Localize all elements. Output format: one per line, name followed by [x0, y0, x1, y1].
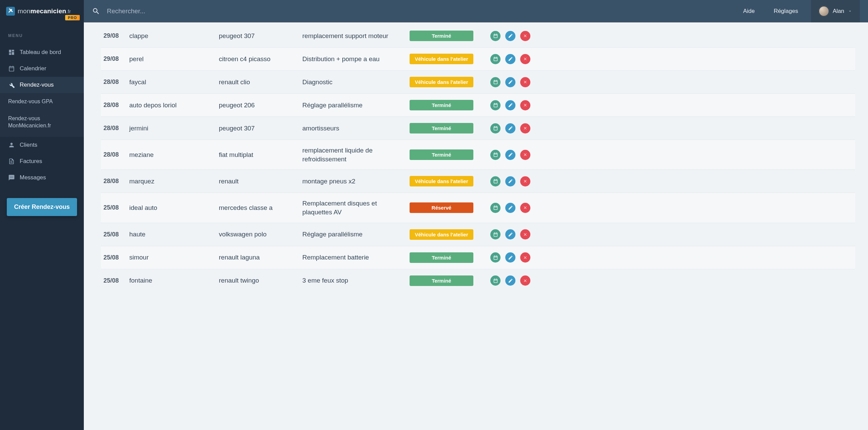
row-actions — [479, 123, 530, 133]
delete-button[interactable] — [520, 54, 530, 64]
edit-button[interactable] — [505, 252, 515, 263]
sidebar: monmecanicien.fr PRO MENU Tableau de bor… — [0, 0, 84, 430]
edit-button[interactable] — [505, 54, 515, 64]
delete-button[interactable] — [520, 100, 530, 110]
row-client: clappe — [129, 32, 217, 40]
schedule-button[interactable] — [490, 150, 501, 160]
schedule-button[interactable] — [490, 77, 501, 87]
sidebar-item-invoices[interactable]: Factures — [0, 153, 84, 169]
status-badge: Véhicule dans l'atelier — [410, 176, 473, 186]
row-client: fontaine — [129, 277, 217, 284]
row-vehicle: citroen c4 picasso — [219, 55, 300, 63]
row-date: 28/08 — [103, 78, 127, 86]
status-badge: Terminé — [410, 100, 473, 110]
status-badge: Véhicule dans l'atelier — [410, 54, 473, 64]
row-client: auto depos loriol — [129, 102, 217, 109]
table-row[interactable]: 28/08jerminipeugeot 307amortisseursTermi… — [101, 117, 855, 140]
edit-button[interactable] — [505, 150, 515, 160]
settings-link[interactable]: Réglages — [768, 8, 804, 15]
row-description: Remplacement disques et plaquettes AV — [302, 199, 408, 216]
sidebar-item-label: Clients — [20, 142, 37, 148]
schedule-button[interactable] — [490, 252, 501, 263]
schedule-button[interactable] — [490, 229, 501, 239]
row-date: 25/08 — [103, 277, 127, 284]
row-actions — [479, 275, 530, 286]
file-icon — [8, 158, 15, 165]
row-vehicle: renault — [219, 178, 300, 185]
avatar — [818, 6, 829, 17]
delete-button[interactable] — [520, 31, 530, 41]
row-actions — [479, 100, 530, 110]
delete-button[interactable] — [520, 150, 530, 160]
row-client: perel — [129, 55, 217, 63]
edit-button[interactable] — [505, 100, 515, 110]
table-row[interactable]: 28/08auto depos loriolpeugeot 206Réglage… — [101, 93, 855, 117]
logo[interactable]: monmecanicien.fr PRO — [0, 0, 84, 22]
row-client: jermini — [129, 125, 217, 132]
table-row[interactable]: 25/08simourrenault lagunaRemplacement ba… — [101, 246, 855, 269]
row-description: remplacement support moteur — [302, 32, 408, 40]
sidebar-item-calendar[interactable]: Calendrier — [0, 60, 84, 77]
sidebar-sub-monmeca[interactable]: Rendez-vous MonMécanicien.fr — [0, 110, 84, 137]
schedule-button[interactable] — [490, 54, 501, 64]
create-appointment-button[interactable]: Créer Rendez-vous — [7, 198, 77, 216]
schedule-button[interactable] — [490, 31, 501, 41]
row-description: montage pneus x2 — [302, 177, 408, 186]
delete-button[interactable] — [520, 176, 530, 186]
status-badge: Réservé — [410, 202, 473, 213]
sidebar-item-label: Calendrier — [20, 65, 46, 72]
edit-button[interactable] — [505, 31, 515, 41]
row-description: amortisseurs — [302, 124, 408, 133]
user-menu[interactable]: Alan — [811, 0, 860, 22]
row-actions — [479, 229, 530, 239]
sidebar-item-dashboard[interactable]: Tableau de bord — [0, 44, 84, 60]
row-description: Distribution + pompe a eau — [302, 55, 408, 64]
delete-button[interactable] — [520, 252, 530, 263]
sidebar-sub-gpa[interactable]: Rendez-vous GPA — [0, 93, 84, 110]
delete-button[interactable] — [520, 203, 530, 213]
row-date: 29/08 — [103, 32, 127, 39]
schedule-button[interactable] — [490, 123, 501, 133]
edit-button[interactable] — [505, 123, 515, 133]
sidebar-item-label: Factures — [20, 158, 42, 165]
table-row[interactable]: 29/08perelcitroen c4 picassoDistribution… — [101, 47, 855, 70]
schedule-button[interactable] — [490, 176, 501, 186]
delete-button[interactable] — [520, 77, 530, 87]
table-row[interactable]: 25/08fontainerenault twingo3 eme feux st… — [101, 269, 855, 292]
edit-button[interactable] — [505, 229, 515, 239]
sidebar-item-messages[interactable]: Messages — [0, 169, 84, 186]
schedule-button[interactable] — [490, 100, 501, 110]
table-row[interactable]: 28/08marquezrenaultmontage pneus x2Véhic… — [101, 169, 855, 193]
schedule-button[interactable] — [490, 203, 501, 213]
delete-button[interactable] — [520, 275, 530, 286]
delete-button[interactable] — [520, 229, 530, 239]
edit-button[interactable] — [505, 176, 515, 186]
table-row[interactable]: 25/08hautevolkswagen poloRéglage parallé… — [101, 223, 855, 246]
edit-button[interactable] — [505, 275, 515, 286]
schedule-button[interactable] — [490, 275, 501, 286]
edit-button[interactable] — [505, 77, 515, 87]
row-vehicle: peugeot 307 — [219, 32, 300, 40]
table-row[interactable]: 28/08faycalrenault clioDiagnosticVéhicul… — [101, 70, 855, 93]
sidebar-item-clients[interactable]: Clients — [0, 137, 84, 153]
row-vehicle: mercedes classe a — [219, 204, 300, 212]
main: Aide Réglages Alan 29/08clappepeugeot 30… — [84, 0, 868, 430]
help-link[interactable]: Aide — [737, 8, 761, 15]
edit-button[interactable] — [505, 203, 515, 213]
row-actions — [479, 203, 530, 213]
table-row[interactable]: 28/08mezianefiat multiplatremplacement l… — [101, 140, 855, 169]
table-row[interactable]: 29/08clappepeugeot 307remplacement suppo… — [101, 24, 855, 47]
row-actions — [479, 31, 530, 41]
row-date: 28/08 — [103, 151, 127, 158]
delete-button[interactable] — [520, 123, 530, 133]
status-badge: Terminé — [410, 123, 473, 133]
table-row[interactable]: 25/08ideal automercedes classe aRemplace… — [101, 193, 855, 222]
search-input[interactable] — [107, 7, 730, 15]
row-client: faycal — [129, 78, 217, 86]
row-date: 25/08 — [103, 231, 127, 238]
sidebar-item-appointments[interactable]: Rendez-vous — [0, 77, 84, 93]
wrench-icon — [8, 82, 15, 88]
status-badge: Véhicule dans l'atelier — [410, 77, 473, 87]
row-vehicle: renault laguna — [219, 254, 300, 261]
row-date: 28/08 — [103, 102, 127, 109]
